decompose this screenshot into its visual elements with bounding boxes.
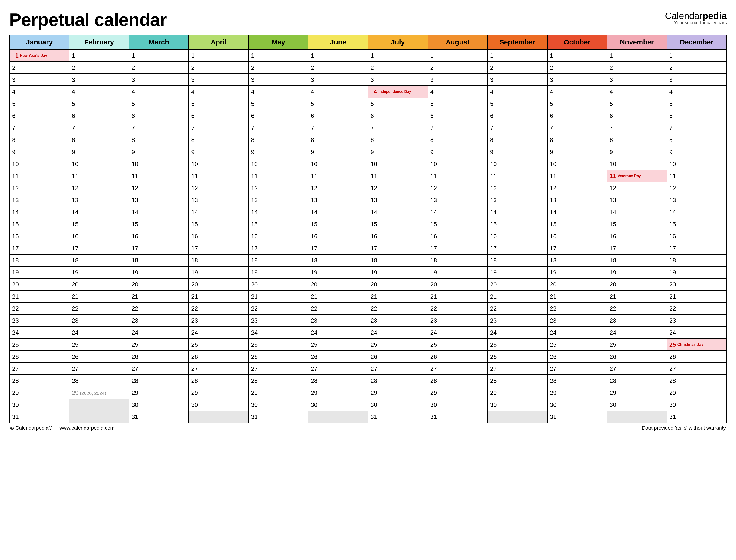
day-cell: 26	[428, 351, 487, 363]
day-cell	[69, 411, 129, 423]
day-cell: 6	[129, 110, 189, 122]
day-cell: 30	[547, 399, 607, 411]
day-cell: 29	[368, 387, 427, 399]
day-cell: 10	[69, 158, 129, 170]
day-cell: 16	[428, 230, 487, 242]
day-cell: 22	[69, 302, 129, 315]
day-cell: 20	[189, 278, 249, 290]
day-cell: 18	[189, 254, 249, 266]
day-cell: 5	[308, 98, 368, 110]
day-cell: 2	[129, 62, 189, 74]
day-cell: 5	[428, 98, 487, 110]
day-cell: 7	[9, 122, 69, 134]
day-cell: 25	[189, 339, 249, 351]
day-cell: 5	[487, 98, 547, 110]
day-cell: 25	[428, 339, 487, 351]
day-cell: 2	[9, 62, 69, 74]
day-cell: 15	[308, 218, 368, 230]
day-cell: 3	[249, 74, 308, 86]
day-cell: 23	[189, 315, 249, 327]
day-cell: 13	[129, 194, 189, 206]
day-cell: 29	[189, 387, 249, 399]
day-cell: 28	[487, 375, 547, 387]
day-cell: 12	[487, 182, 547, 194]
day-cell: 31	[368, 411, 427, 423]
day-cell: 20	[129, 278, 189, 290]
day-cell: 3	[9, 74, 69, 86]
day-cell: 27	[9, 363, 69, 375]
day-cell: 1	[129, 50, 189, 62]
day-cell: 16	[487, 230, 547, 242]
day-cell: 17	[189, 242, 249, 254]
day-cell: 25	[129, 339, 189, 351]
day-cell: 16	[547, 230, 607, 242]
day-cell: 7	[129, 122, 189, 134]
day-cell: 30	[667, 399, 727, 411]
day-cell: 22	[249, 302, 308, 315]
day-cell: 4	[9, 86, 69, 98]
day-cell: 26	[547, 351, 607, 363]
day-cell: 5	[607, 98, 667, 110]
day-cell: 2	[308, 62, 368, 74]
day-cell: 4	[69, 86, 129, 98]
day-cell: 7	[428, 122, 487, 134]
day-cell: 8	[9, 134, 69, 146]
day-cell: 18	[428, 254, 487, 266]
day-cell: 5	[368, 98, 427, 110]
day-cell: 13	[368, 194, 427, 206]
day-cell: 19	[547, 266, 607, 278]
day-cell: 10	[368, 158, 427, 170]
day-cell: 27	[308, 363, 368, 375]
day-cell: 13	[249, 194, 308, 206]
day-cell: 31	[428, 411, 487, 423]
day-cell: 8	[129, 134, 189, 146]
day-cell: 12	[189, 182, 249, 194]
day-cell	[487, 411, 547, 423]
day-cell: 16	[308, 230, 368, 242]
day-cell: 18	[487, 254, 547, 266]
day-cell: 16	[129, 230, 189, 242]
day-cell: 19	[487, 266, 547, 278]
day-cell: 1	[308, 50, 368, 62]
day-cell: 1	[249, 50, 308, 62]
day-cell: 28	[667, 375, 727, 387]
day-cell: 9	[428, 146, 487, 158]
day-cell	[607, 411, 667, 423]
day-cell: 8	[667, 134, 727, 146]
day-cell: 2	[368, 62, 427, 74]
day-cell: 16	[249, 230, 308, 242]
day-cell: 2	[428, 62, 487, 74]
month-header: September	[487, 35, 547, 50]
day-cell	[69, 399, 129, 411]
day-cell: 7	[487, 122, 547, 134]
day-cell: 8	[428, 134, 487, 146]
day-cell: 24	[189, 327, 249, 339]
day-cell: 24	[428, 327, 487, 339]
day-cell: 4	[547, 86, 607, 98]
day-cell: 11	[368, 170, 427, 182]
day-cell: 17	[368, 242, 427, 254]
brand-block: Calendarpedia Your source for calendars	[665, 9, 727, 25]
day-cell: 24	[487, 327, 547, 339]
day-cell: 27	[428, 363, 487, 375]
day-cell: 19	[368, 266, 427, 278]
day-cell: 3	[487, 74, 547, 86]
day-cell: 16	[9, 230, 69, 242]
day-cell: 29	[667, 387, 727, 399]
day-cell: 20	[368, 278, 427, 290]
day-cell: 22	[428, 302, 487, 315]
day-cell: 27	[368, 363, 427, 375]
day-cell: 22	[368, 302, 427, 315]
day-cell: 23	[9, 315, 69, 327]
day-cell: 27	[547, 363, 607, 375]
month-header: October	[547, 35, 607, 50]
day-cell: 22	[667, 302, 727, 315]
day-cell: 6	[607, 110, 667, 122]
day-cell: 11	[428, 170, 487, 182]
day-cell: 11Veterans Day	[607, 170, 667, 182]
day-cell: 17	[487, 242, 547, 254]
day-cell: 25	[607, 339, 667, 351]
day-cell: 31	[129, 411, 189, 423]
day-cell: 9	[189, 146, 249, 158]
day-cell: 30	[607, 399, 667, 411]
